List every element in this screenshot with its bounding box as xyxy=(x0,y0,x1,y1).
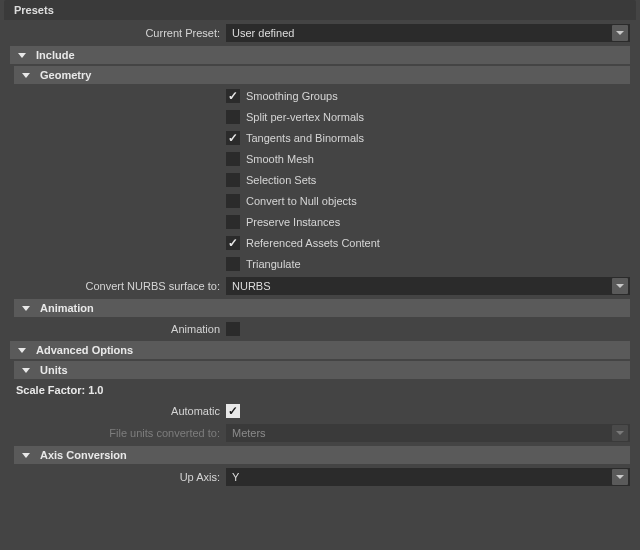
current-preset-dropdown[interactable]: User defined xyxy=(226,24,630,42)
animation-header-label: Animation xyxy=(40,299,94,317)
referenced-assets-checkbox[interactable]: ✓ xyxy=(226,236,240,250)
convert-null-label: Convert to Null objects xyxy=(246,195,357,207)
advanced-header-label: Advanced Options xyxy=(36,341,133,359)
current-preset-label: Current Preset: xyxy=(10,27,226,39)
preserve-instances-checkbox[interactable]: ✓ xyxy=(226,215,240,229)
smoothing-groups-checkbox[interactable]: ✓ xyxy=(226,89,240,103)
split-normals-checkbox[interactable]: ✓ xyxy=(226,110,240,124)
section-units-header[interactable]: Units xyxy=(14,361,630,379)
section-presets-header: Presets xyxy=(4,0,636,20)
selection-sets-checkbox[interactable]: ✓ xyxy=(226,173,240,187)
smooth-mesh-label: Smooth Mesh xyxy=(246,153,314,165)
chevron-down-icon xyxy=(22,306,30,311)
chevron-down-icon xyxy=(612,425,628,441)
section-geometry-header[interactable]: Geometry xyxy=(14,66,630,84)
chevron-down-icon xyxy=(22,73,30,78)
chevron-down-icon xyxy=(612,469,628,485)
up-axis-value: Y xyxy=(232,471,239,483)
tangents-binormals-label: Tangents and Binormals xyxy=(246,132,364,144)
smooth-mesh-checkbox[interactable]: ✓ xyxy=(226,152,240,166)
automatic-checkbox[interactable]: ✓ xyxy=(226,404,240,418)
selection-sets-label: Selection Sets xyxy=(246,174,316,186)
section-animation-header[interactable]: Animation xyxy=(14,299,630,317)
chevron-down-icon xyxy=(18,348,26,353)
chevron-down-icon xyxy=(22,368,30,373)
tangents-binormals-checkbox[interactable]: ✓ xyxy=(226,131,240,145)
convert-null-checkbox[interactable]: ✓ xyxy=(226,194,240,208)
convert-nurbs-label: Convert NURBS surface to: xyxy=(10,280,226,292)
file-units-value: Meters xyxy=(232,427,266,439)
current-preset-value: User defined xyxy=(232,27,294,39)
automatic-label: Automatic xyxy=(10,405,226,417)
convert-nurbs-value: NURBS xyxy=(232,280,271,292)
geometry-header-label: Geometry xyxy=(40,66,91,84)
file-units-label: File units converted to: xyxy=(10,427,226,439)
chevron-down-icon xyxy=(612,25,628,41)
axis-header-label: Axis Conversion xyxy=(40,446,127,464)
chevron-down-icon xyxy=(22,453,30,458)
triangulate-label: Triangulate xyxy=(246,258,301,270)
section-advanced-header[interactable]: Advanced Options xyxy=(10,341,630,359)
section-axis-header[interactable]: Axis Conversion xyxy=(14,446,630,464)
include-header-label: Include xyxy=(36,46,75,64)
preserve-instances-label: Preserve Instances xyxy=(246,216,340,228)
units-header-label: Units xyxy=(40,361,68,379)
chevron-down-icon xyxy=(612,278,628,294)
chevron-down-icon xyxy=(18,53,26,58)
animation-label: Animation xyxy=(10,323,226,335)
convert-nurbs-dropdown[interactable]: NURBS xyxy=(226,277,630,295)
smoothing-groups-label: Smoothing Groups xyxy=(246,90,338,102)
animation-checkbox[interactable]: ✓ xyxy=(226,322,240,336)
up-axis-label: Up Axis: xyxy=(10,471,226,483)
scale-factor-text: Scale Factor: 1.0 xyxy=(16,381,630,399)
up-axis-dropdown[interactable]: Y xyxy=(226,468,630,486)
referenced-assets-label: Referenced Assets Content xyxy=(246,237,380,249)
split-normals-label: Split per-vertex Normals xyxy=(246,111,364,123)
triangulate-checkbox[interactable]: ✓ xyxy=(226,257,240,271)
file-units-dropdown: Meters xyxy=(226,424,630,442)
section-include-header[interactable]: Include xyxy=(10,46,630,64)
